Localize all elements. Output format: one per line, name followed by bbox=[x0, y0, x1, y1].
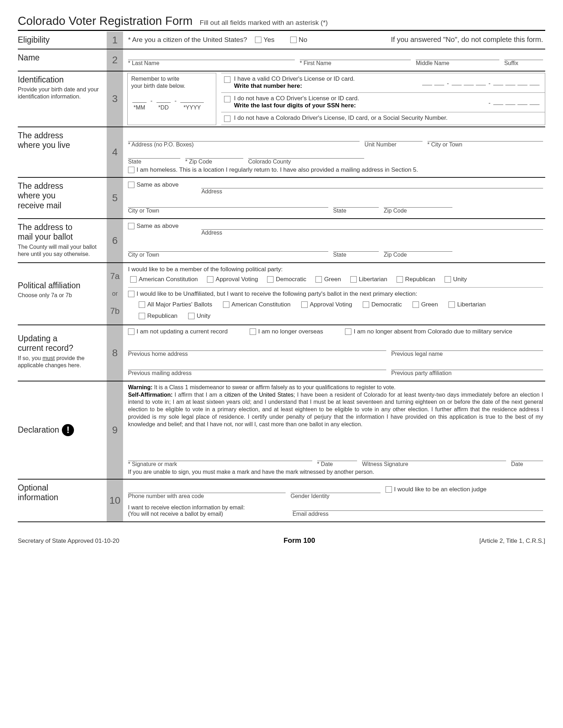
last-name-input[interactable] bbox=[128, 52, 295, 60]
label-eligibility: Eligibility bbox=[18, 32, 107, 49]
prev-home-input[interactable] bbox=[128, 343, 386, 351]
checkbox-judge[interactable] bbox=[386, 486, 392, 493]
section-number: 10 bbox=[107, 480, 123, 521]
checkbox-party[interactable] bbox=[350, 276, 357, 283]
page-title: Colorado Voter Registration Form bbox=[18, 14, 193, 28]
section-number: 1 bbox=[107, 32, 123, 49]
exclaim-icon: ! bbox=[62, 424, 74, 436]
checkbox-party[interactable] bbox=[397, 276, 403, 283]
mail-city-input[interactable] bbox=[128, 200, 328, 208]
section-political: Political affiliationChoose only 7a or 7… bbox=[18, 263, 545, 325]
label-identification: Identification bbox=[18, 75, 64, 84]
checkbox-same-ballot[interactable] bbox=[128, 223, 134, 229]
dl-number-input[interactable]: - - bbox=[421, 75, 541, 87]
checkbox-ballot[interactable] bbox=[188, 313, 195, 319]
footer: Secretary of State Approved 01-10-20 For… bbox=[18, 536, 545, 545]
mail-state-input[interactable] bbox=[333, 200, 379, 208]
checkbox-no-military[interactable] bbox=[345, 328, 351, 335]
yyyy-input[interactable] bbox=[180, 96, 204, 103]
section-address-mail: The addresswhere youreceive mail 5 Same … bbox=[18, 178, 545, 219]
phone-input[interactable] bbox=[128, 485, 286, 493]
citizen-warning: If you answered "No", do not complete th… bbox=[391, 36, 543, 44]
checkbox-ballot[interactable] bbox=[223, 301, 229, 308]
date-input[interactable] bbox=[317, 453, 357, 461]
ssn4-input[interactable]: - bbox=[489, 95, 541, 107]
checkbox-ballot[interactable] bbox=[413, 301, 419, 308]
checkbox-have-id[interactable] bbox=[224, 76, 230, 83]
page-subtitle: Fill out all fields marked with an aster… bbox=[200, 19, 328, 27]
section-number: 4 bbox=[107, 127, 123, 177]
section-eligibility: Eligibility 1 * Are you a citizen of the… bbox=[18, 32, 545, 49]
section-declaration: Declaration! 9 Warning: It is a Class 1 … bbox=[18, 381, 545, 480]
checkbox-homeless[interactable] bbox=[128, 167, 134, 173]
ballot-state-input[interactable] bbox=[333, 244, 379, 252]
checkbox-ballot[interactable] bbox=[363, 301, 369, 308]
signature-input[interactable] bbox=[128, 453, 312, 461]
witness-input[interactable] bbox=[362, 453, 506, 461]
checkbox-party[interactable] bbox=[315, 276, 322, 283]
city-input[interactable] bbox=[427, 134, 543, 141]
section-address-ballot: The address tomail your ballotThe County… bbox=[18, 219, 545, 263]
wdate-input[interactable] bbox=[511, 453, 543, 461]
section-number: 3 bbox=[107, 71, 123, 127]
section-number: 2 bbox=[107, 49, 123, 71]
checkbox-no-id[interactable] bbox=[224, 96, 230, 102]
checkbox-party[interactable] bbox=[267, 276, 273, 283]
footer-mid: Form 100 bbox=[283, 536, 315, 545]
section-number: 7aor7b bbox=[107, 263, 123, 325]
checkbox-party[interactable] bbox=[130, 276, 137, 283]
checkbox-unaffiliated[interactable] bbox=[128, 291, 134, 297]
birthdate-box: Remember to writeyour birth date below. … bbox=[127, 73, 216, 125]
checkbox-no-ssn[interactable] bbox=[224, 116, 230, 122]
mm-input[interactable] bbox=[132, 96, 147, 103]
checkbox-ballot[interactable] bbox=[448, 301, 455, 308]
footer-right: [Article 2, Title 1, C.R.S.] bbox=[479, 537, 545, 545]
email-input[interactable] bbox=[292, 503, 543, 511]
gender-input[interactable] bbox=[291, 485, 381, 493]
citizen-question: * Are you a citizen of the United States… bbox=[128, 36, 247, 44]
checkbox-ballot[interactable] bbox=[139, 313, 145, 319]
section-name: Name 2 * Last Name * First Name Middle N… bbox=[18, 49, 545, 71]
state-input[interactable] bbox=[128, 151, 180, 159]
checkbox-yes[interactable] bbox=[255, 37, 261, 43]
section-number: 9 bbox=[107, 381, 123, 479]
ballot-address-input[interactable] bbox=[201, 222, 543, 230]
unit-input[interactable] bbox=[365, 134, 423, 141]
address-input[interactable] bbox=[128, 134, 360, 141]
first-name-input[interactable] bbox=[300, 52, 411, 60]
prev-mail-input[interactable] bbox=[128, 362, 386, 370]
section-optional: Optionalinformation 10 Phone number with… bbox=[18, 480, 545, 522]
mail-zip-input[interactable] bbox=[384, 200, 452, 208]
section-identification: Identification Provide your birth date a… bbox=[18, 71, 545, 127]
checkbox-same-mail[interactable] bbox=[128, 182, 134, 188]
label-identification-sub: Provide your birth date and your identif… bbox=[18, 86, 104, 100]
mail-address-input[interactable] bbox=[201, 181, 543, 188]
section-number: 6 bbox=[107, 219, 123, 262]
footer-left: Secretary of State Approved 01-10-20 bbox=[18, 537, 119, 545]
zip-input[interactable] bbox=[185, 151, 243, 159]
section-number: 5 bbox=[107, 178, 123, 218]
header: Colorado Voter Registration Form Fill ou… bbox=[18, 14, 545, 31]
middle-name-input[interactable] bbox=[416, 52, 499, 60]
checkbox-ballot[interactable] bbox=[139, 301, 145, 308]
prev-party-input[interactable] bbox=[391, 362, 543, 370]
label-name: Name bbox=[18, 49, 107, 71]
suffix-input[interactable] bbox=[504, 52, 543, 60]
county-input[interactable] bbox=[248, 151, 364, 159]
checkbox-no[interactable] bbox=[290, 37, 297, 43]
checkbox-no-overseas[interactable] bbox=[250, 328, 256, 335]
section-updating: Updating acurrent record? If so, you mus… bbox=[18, 325, 545, 381]
ballot-city-input[interactable] bbox=[128, 244, 328, 252]
checkbox-ballot[interactable] bbox=[301, 301, 308, 308]
witness-note: If you are unable to sign, you must make… bbox=[128, 469, 543, 475]
checkbox-not-updating[interactable] bbox=[128, 328, 134, 335]
section-number: 8 bbox=[107, 325, 123, 381]
dd-input[interactable] bbox=[156, 96, 171, 103]
party-intro: I would like to be a member of the follo… bbox=[128, 266, 543, 273]
section-address-live: The addresswhere you live 4 * Address (n… bbox=[18, 127, 545, 178]
checkbox-party[interactable] bbox=[445, 276, 451, 283]
checkbox-party[interactable] bbox=[207, 276, 213, 283]
ballot-zip-input[interactable] bbox=[384, 244, 452, 252]
prev-name-input[interactable] bbox=[391, 343, 543, 351]
